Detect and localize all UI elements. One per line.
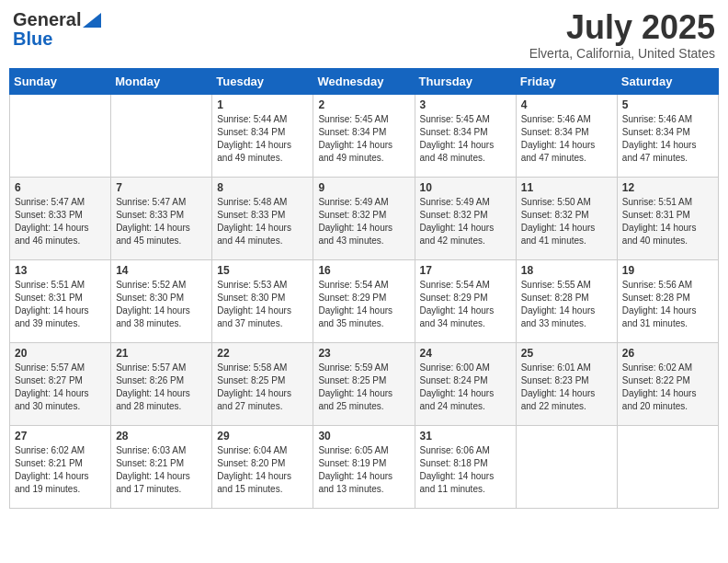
calendar-week-3: 13Sunrise: 5:51 AMSunset: 8:31 PMDayligh… [10, 259, 719, 342]
calendar-table: SundayMondayTuesdayWednesdayThursdayFrid… [9, 68, 719, 509]
day-info: Sunrise: 5:58 AMSunset: 8:25 PMDaylight:… [217, 362, 308, 413]
day-info: Sunrise: 6:00 AMSunset: 8:24 PMDaylight:… [420, 362, 511, 413]
day-info: Sunrise: 5:54 AMSunset: 8:29 PMDaylight:… [318, 279, 409, 330]
calendar-cell [516, 425, 617, 508]
day-number: 2 [318, 98, 409, 111]
calendar-cell: 5Sunrise: 5:46 AMSunset: 8:34 PMDaylight… [617, 94, 718, 177]
day-number: 5 [622, 98, 713, 111]
day-info: Sunrise: 5:49 AMSunset: 8:32 PMDaylight:… [318, 196, 409, 247]
weekday-header-friday: Friday [516, 68, 617, 94]
weekday-header-monday: Monday [111, 68, 212, 94]
calendar-cell: 21Sunrise: 5:57 AMSunset: 8:26 PMDayligh… [111, 342, 212, 425]
day-info: Sunrise: 5:57 AMSunset: 8:26 PMDaylight:… [116, 362, 207, 413]
calendar-cell: 17Sunrise: 5:54 AMSunset: 8:29 PMDayligh… [415, 259, 516, 342]
logo: General Blue [13, 9, 101, 50]
calendar-cell: 19Sunrise: 5:56 AMSunset: 8:28 PMDayligh… [617, 259, 718, 342]
day-info: Sunrise: 5:54 AMSunset: 8:29 PMDaylight:… [420, 279, 511, 330]
calendar-cell: 2Sunrise: 5:45 AMSunset: 8:34 PMDaylight… [313, 94, 415, 177]
calendar-cell: 27Sunrise: 6:02 AMSunset: 8:21 PMDayligh… [10, 425, 111, 508]
day-info: Sunrise: 6:02 AMSunset: 8:22 PMDaylight:… [622, 362, 713, 413]
logo-icon [83, 13, 101, 28]
day-info: Sunrise: 5:53 AMSunset: 8:30 PMDaylight:… [217, 279, 308, 330]
weekday-header-thursday: Thursday [415, 68, 516, 94]
day-info: Sunrise: 6:04 AMSunset: 8:20 PMDaylight:… [217, 444, 308, 496]
day-number: 17 [420, 264, 511, 277]
calendar-cell: 8Sunrise: 5:48 AMSunset: 8:33 PMDaylight… [212, 177, 313, 259]
day-info: Sunrise: 6:05 AMSunset: 8:19 PMDaylight:… [318, 444, 409, 496]
day-number: 29 [217, 430, 308, 442]
calendar-cell: 18Sunrise: 5:55 AMSunset: 8:28 PMDayligh… [516, 259, 617, 342]
day-number: 14 [116, 264, 207, 277]
day-number: 26 [622, 347, 713, 360]
calendar-cell: 9Sunrise: 5:49 AMSunset: 8:32 PMDaylight… [313, 177, 415, 259]
calendar-cell: 28Sunrise: 6:03 AMSunset: 8:21 PMDayligh… [111, 425, 212, 508]
day-number: 19 [622, 264, 713, 277]
day-number: 22 [217, 347, 308, 360]
calendar-cell: 15Sunrise: 5:53 AMSunset: 8:30 PMDayligh… [212, 259, 313, 342]
calendar-cell: 25Sunrise: 6:01 AMSunset: 8:23 PMDayligh… [516, 342, 617, 425]
day-info: Sunrise: 5:59 AMSunset: 8:25 PMDaylight:… [318, 362, 409, 413]
day-number: 24 [420, 347, 511, 360]
day-number: 11 [521, 181, 612, 194]
calendar-cell: 12Sunrise: 5:51 AMSunset: 8:31 PMDayligh… [617, 177, 718, 259]
day-info: Sunrise: 5:48 AMSunset: 8:33 PMDaylight:… [217, 196, 308, 247]
title-area: July 2025 Elverta, California, United St… [529, 9, 715, 61]
page-header: General Blue July 2025 Elverta, Californ… [9, 9, 719, 61]
calendar-cell: 6Sunrise: 5:47 AMSunset: 8:33 PMDaylight… [10, 177, 111, 259]
day-number: 7 [116, 181, 207, 194]
day-info: Sunrise: 6:01 AMSunset: 8:23 PMDaylight:… [521, 362, 612, 413]
day-number: 25 [521, 347, 612, 360]
day-info: Sunrise: 5:47 AMSunset: 8:33 PMDaylight:… [116, 196, 207, 247]
calendar-week-2: 6Sunrise: 5:47 AMSunset: 8:33 PMDaylight… [10, 177, 719, 259]
day-number: 12 [622, 181, 713, 194]
weekday-header-tuesday: Tuesday [212, 68, 313, 94]
day-number: 6 [15, 181, 106, 194]
calendar-cell: 1Sunrise: 5:44 AMSunset: 8:34 PMDaylight… [212, 94, 313, 177]
day-info: Sunrise: 6:02 AMSunset: 8:21 PMDaylight:… [15, 444, 106, 496]
day-number: 4 [521, 98, 612, 111]
calendar-week-4: 20Sunrise: 5:57 AMSunset: 8:27 PMDayligh… [10, 342, 719, 425]
day-number: 27 [15, 430, 106, 442]
day-number: 15 [217, 264, 308, 277]
day-info: Sunrise: 5:44 AMSunset: 8:34 PMDaylight:… [217, 113, 308, 165]
calendar-week-5: 27Sunrise: 6:02 AMSunset: 8:21 PMDayligh… [10, 425, 719, 508]
calendar-cell: 4Sunrise: 5:46 AMSunset: 8:34 PMDaylight… [516, 94, 617, 177]
calendar-cell: 7Sunrise: 5:47 AMSunset: 8:33 PMDaylight… [111, 177, 212, 259]
day-info: Sunrise: 5:51 AMSunset: 8:31 PMDaylight:… [622, 196, 713, 247]
day-number: 31 [420, 430, 511, 442]
day-number: 28 [116, 430, 207, 442]
day-info: Sunrise: 5:52 AMSunset: 8:30 PMDaylight:… [116, 279, 207, 330]
day-info: Sunrise: 5:57 AMSunset: 8:27 PMDaylight:… [15, 362, 106, 413]
calendar-cell: 31Sunrise: 6:06 AMSunset: 8:18 PMDayligh… [415, 425, 516, 508]
svg-marker-0 [83, 13, 101, 28]
day-number: 23 [318, 347, 409, 360]
day-info: Sunrise: 5:50 AMSunset: 8:32 PMDaylight:… [521, 196, 612, 247]
day-number: 13 [15, 264, 106, 277]
day-info: Sunrise: 5:45 AMSunset: 8:34 PMDaylight:… [318, 113, 409, 165]
day-number: 9 [318, 181, 409, 194]
day-number: 30 [318, 430, 409, 442]
calendar-cell: 30Sunrise: 6:05 AMSunset: 8:19 PMDayligh… [313, 425, 415, 508]
weekday-header-wednesday: Wednesday [313, 68, 415, 94]
calendar-cell: 16Sunrise: 5:54 AMSunset: 8:29 PMDayligh… [313, 259, 415, 342]
day-info: Sunrise: 5:46 AMSunset: 8:34 PMDaylight:… [521, 113, 612, 165]
calendar-cell: 20Sunrise: 5:57 AMSunset: 8:27 PMDayligh… [10, 342, 111, 425]
calendar-cell: 24Sunrise: 6:00 AMSunset: 8:24 PMDayligh… [415, 342, 516, 425]
day-number: 18 [521, 264, 612, 277]
day-info: Sunrise: 5:45 AMSunset: 8:34 PMDaylight:… [420, 113, 511, 165]
day-number: 3 [420, 98, 511, 111]
day-number: 8 [217, 181, 308, 194]
weekday-header-row: SundayMondayTuesdayWednesdayThursdayFrid… [10, 68, 719, 94]
weekday-header-sunday: Sunday [10, 68, 111, 94]
calendar-cell: 3Sunrise: 5:45 AMSunset: 8:34 PMDaylight… [415, 94, 516, 177]
day-info: Sunrise: 5:46 AMSunset: 8:34 PMDaylight:… [622, 113, 713, 165]
day-info: Sunrise: 6:06 AMSunset: 8:18 PMDaylight:… [420, 444, 511, 496]
day-info: Sunrise: 5:55 AMSunset: 8:28 PMDaylight:… [521, 279, 612, 330]
day-number: 20 [15, 347, 106, 360]
calendar-cell: 22Sunrise: 5:58 AMSunset: 8:25 PMDayligh… [212, 342, 313, 425]
calendar-cell: 11Sunrise: 5:50 AMSunset: 8:32 PMDayligh… [516, 177, 617, 259]
month-title: July 2025 [529, 9, 715, 46]
day-info: Sunrise: 6:03 AMSunset: 8:21 PMDaylight:… [116, 444, 207, 496]
day-info: Sunrise: 5:49 AMSunset: 8:32 PMDaylight:… [420, 196, 511, 247]
calendar-cell: 13Sunrise: 5:51 AMSunset: 8:31 PMDayligh… [10, 259, 111, 342]
